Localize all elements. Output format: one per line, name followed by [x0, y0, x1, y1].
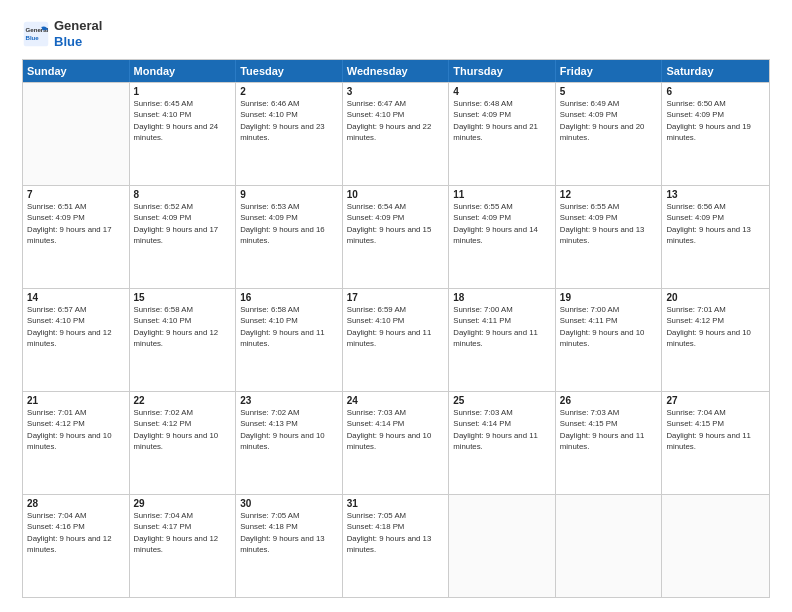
calendar: SundayMondayTuesdayWednesdayThursdayFrid… [22, 59, 770, 598]
calendar-body: 1Sunrise: 6:45 AMSunset: 4:10 PMDaylight… [23, 82, 769, 597]
calendar-cell-28: 28Sunrise: 7:04 AMSunset: 4:16 PMDayligh… [23, 495, 130, 597]
day-info: Sunrise: 7:05 AMSunset: 4:18 PMDaylight:… [347, 510, 445, 555]
header-day-friday: Friday [556, 60, 663, 82]
day-info: Sunrise: 6:52 AMSunset: 4:09 PMDaylight:… [134, 201, 232, 246]
day-number: 10 [347, 189, 445, 200]
day-number: 25 [453, 395, 551, 406]
day-number: 27 [666, 395, 765, 406]
header-day-wednesday: Wednesday [343, 60, 450, 82]
day-info: Sunrise: 6:58 AMSunset: 4:10 PMDaylight:… [240, 304, 338, 349]
day-info: Sunrise: 6:58 AMSunset: 4:10 PMDaylight:… [134, 304, 232, 349]
day-number: 18 [453, 292, 551, 303]
day-info: Sunrise: 6:47 AMSunset: 4:10 PMDaylight:… [347, 98, 445, 143]
day-info: Sunrise: 6:48 AMSunset: 4:09 PMDaylight:… [453, 98, 551, 143]
calendar-cell-19: 19Sunrise: 7:00 AMSunset: 4:11 PMDayligh… [556, 289, 663, 391]
day-info: Sunrise: 7:01 AMSunset: 4:12 PMDaylight:… [27, 407, 125, 452]
calendar-cell-15: 15Sunrise: 6:58 AMSunset: 4:10 PMDayligh… [130, 289, 237, 391]
day-info: Sunrise: 7:04 AMSunset: 4:16 PMDaylight:… [27, 510, 125, 555]
day-number: 23 [240, 395, 338, 406]
calendar-cell-5: 5Sunrise: 6:49 AMSunset: 4:09 PMDaylight… [556, 83, 663, 185]
calendar-cell-9: 9Sunrise: 6:53 AMSunset: 4:09 PMDaylight… [236, 186, 343, 288]
day-info: Sunrise: 6:53 AMSunset: 4:09 PMDaylight:… [240, 201, 338, 246]
calendar-cell-11: 11Sunrise: 6:55 AMSunset: 4:09 PMDayligh… [449, 186, 556, 288]
calendar-header: SundayMondayTuesdayWednesdayThursdayFrid… [23, 60, 769, 82]
calendar-cell-16: 16Sunrise: 6:58 AMSunset: 4:10 PMDayligh… [236, 289, 343, 391]
calendar-cell-8: 8Sunrise: 6:52 AMSunset: 4:09 PMDaylight… [130, 186, 237, 288]
calendar-cell-10: 10Sunrise: 6:54 AMSunset: 4:09 PMDayligh… [343, 186, 450, 288]
header-section: General Blue General Blue [22, 18, 770, 49]
day-info: Sunrise: 7:05 AMSunset: 4:18 PMDaylight:… [240, 510, 338, 555]
day-info: Sunrise: 6:46 AMSunset: 4:10 PMDaylight:… [240, 98, 338, 143]
calendar-row-0: 1Sunrise: 6:45 AMSunset: 4:10 PMDaylight… [23, 82, 769, 185]
calendar-cell-22: 22Sunrise: 7:02 AMSunset: 4:12 PMDayligh… [130, 392, 237, 494]
day-number: 17 [347, 292, 445, 303]
day-number: 28 [27, 498, 125, 509]
page: General Blue General Blue SundayMondayTu… [0, 0, 792, 612]
calendar-cell-31: 31Sunrise: 7:05 AMSunset: 4:18 PMDayligh… [343, 495, 450, 597]
day-info: Sunrise: 7:03 AMSunset: 4:14 PMDaylight:… [453, 407, 551, 452]
day-info: Sunrise: 6:57 AMSunset: 4:10 PMDaylight:… [27, 304, 125, 349]
calendar-row-1: 7Sunrise: 6:51 AMSunset: 4:09 PMDaylight… [23, 185, 769, 288]
day-number: 16 [240, 292, 338, 303]
calendar-cell-27: 27Sunrise: 7:04 AMSunset: 4:15 PMDayligh… [662, 392, 769, 494]
logo-icon: General Blue [22, 20, 50, 48]
header-day-monday: Monday [130, 60, 237, 82]
calendar-cell-18: 18Sunrise: 7:00 AMSunset: 4:11 PMDayligh… [449, 289, 556, 391]
day-info: Sunrise: 6:45 AMSunset: 4:10 PMDaylight:… [134, 98, 232, 143]
day-number: 3 [347, 86, 445, 97]
calendar-cell-empty-4-6 [662, 495, 769, 597]
calendar-cell-4: 4Sunrise: 6:48 AMSunset: 4:09 PMDaylight… [449, 83, 556, 185]
calendar-cell-21: 21Sunrise: 7:01 AMSunset: 4:12 PMDayligh… [23, 392, 130, 494]
calendar-row-4: 28Sunrise: 7:04 AMSunset: 4:16 PMDayligh… [23, 494, 769, 597]
day-info: Sunrise: 6:51 AMSunset: 4:09 PMDaylight:… [27, 201, 125, 246]
day-info: Sunrise: 7:00 AMSunset: 4:11 PMDaylight:… [560, 304, 658, 349]
calendar-cell-30: 30Sunrise: 7:05 AMSunset: 4:18 PMDayligh… [236, 495, 343, 597]
logo-text-general: General [54, 18, 102, 34]
day-number: 20 [666, 292, 765, 303]
day-number: 2 [240, 86, 338, 97]
day-number: 6 [666, 86, 765, 97]
day-number: 1 [134, 86, 232, 97]
day-number: 30 [240, 498, 338, 509]
calendar-cell-24: 24Sunrise: 7:03 AMSunset: 4:14 PMDayligh… [343, 392, 450, 494]
calendar-cell-17: 17Sunrise: 6:59 AMSunset: 4:10 PMDayligh… [343, 289, 450, 391]
calendar-cell-23: 23Sunrise: 7:02 AMSunset: 4:13 PMDayligh… [236, 392, 343, 494]
day-number: 7 [27, 189, 125, 200]
day-info: Sunrise: 6:59 AMSunset: 4:10 PMDaylight:… [347, 304, 445, 349]
day-number: 4 [453, 86, 551, 97]
day-info: Sunrise: 7:04 AMSunset: 4:15 PMDaylight:… [666, 407, 765, 452]
day-info: Sunrise: 7:03 AMSunset: 4:14 PMDaylight:… [347, 407, 445, 452]
calendar-cell-6: 6Sunrise: 6:50 AMSunset: 4:09 PMDaylight… [662, 83, 769, 185]
calendar-cell-13: 13Sunrise: 6:56 AMSunset: 4:09 PMDayligh… [662, 186, 769, 288]
header-day-thursday: Thursday [449, 60, 556, 82]
day-info: Sunrise: 7:03 AMSunset: 4:15 PMDaylight:… [560, 407, 658, 452]
day-info: Sunrise: 7:02 AMSunset: 4:13 PMDaylight:… [240, 407, 338, 452]
calendar-cell-2: 2Sunrise: 6:46 AMSunset: 4:10 PMDaylight… [236, 83, 343, 185]
calendar-cell-empty-0-0 [23, 83, 130, 185]
calendar-cell-empty-4-4 [449, 495, 556, 597]
day-info: Sunrise: 6:50 AMSunset: 4:09 PMDaylight:… [666, 98, 765, 143]
day-number: 24 [347, 395, 445, 406]
day-number: 26 [560, 395, 658, 406]
day-number: 5 [560, 86, 658, 97]
calendar-cell-empty-4-5 [556, 495, 663, 597]
day-number: 9 [240, 189, 338, 200]
calendar-cell-25: 25Sunrise: 7:03 AMSunset: 4:14 PMDayligh… [449, 392, 556, 494]
day-info: Sunrise: 6:55 AMSunset: 4:09 PMDaylight:… [560, 201, 658, 246]
day-info: Sunrise: 7:04 AMSunset: 4:17 PMDaylight:… [134, 510, 232, 555]
calendar-cell-29: 29Sunrise: 7:04 AMSunset: 4:17 PMDayligh… [130, 495, 237, 597]
day-number: 21 [27, 395, 125, 406]
logo-text-blue: Blue [54, 34, 102, 50]
day-number: 11 [453, 189, 551, 200]
calendar-cell-26: 26Sunrise: 7:03 AMSunset: 4:15 PMDayligh… [556, 392, 663, 494]
day-info: Sunrise: 7:00 AMSunset: 4:11 PMDaylight:… [453, 304, 551, 349]
calendar-cell-14: 14Sunrise: 6:57 AMSunset: 4:10 PMDayligh… [23, 289, 130, 391]
header-day-tuesday: Tuesday [236, 60, 343, 82]
calendar-cell-1: 1Sunrise: 6:45 AMSunset: 4:10 PMDaylight… [130, 83, 237, 185]
day-number: 13 [666, 189, 765, 200]
calendar-cell-20: 20Sunrise: 7:01 AMSunset: 4:12 PMDayligh… [662, 289, 769, 391]
calendar-cell-12: 12Sunrise: 6:55 AMSunset: 4:09 PMDayligh… [556, 186, 663, 288]
day-info: Sunrise: 6:56 AMSunset: 4:09 PMDaylight:… [666, 201, 765, 246]
svg-text:Blue: Blue [26, 34, 40, 41]
calendar-row-2: 14Sunrise: 6:57 AMSunset: 4:10 PMDayligh… [23, 288, 769, 391]
